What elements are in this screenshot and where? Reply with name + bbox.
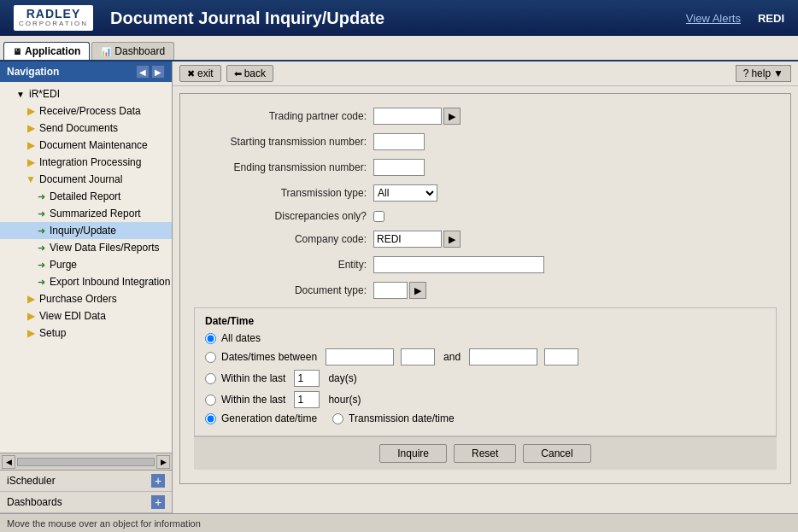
folder-icon-docjournal: ▼ (24, 172, 38, 186)
trading-partner-input[interactable] (373, 108, 442, 125)
trans-type-label: Transmission type: (194, 187, 373, 199)
hours-suffix: hour(s) (328, 394, 361, 406)
tab-dashboard[interactable]: 📊 Dashboard (91, 42, 174, 60)
tree-item-purge[interactable]: ➜ Purge (0, 256, 172, 273)
header-right: View Alerts REDI (686, 12, 784, 25)
between-end-time-input[interactable] (544, 348, 578, 365)
nav-title: Navigation (7, 66, 59, 78)
nav-collapse-btn[interactable]: ◀ (136, 65, 150, 79)
nav-header: Navigation ◀ ▶ (0, 61, 172, 82)
ischeduler-label: iScheduler (7, 475, 56, 487)
start-trans-input[interactable] (373, 133, 425, 150)
last-days-row: Within the last day(s) (205, 370, 766, 387)
main-layout: Navigation ◀ ▶ ▼ iR*EDI ▶ Receive/Proces… (0, 61, 798, 513)
last-hours-input[interactable] (294, 391, 320, 408)
trading-partner-lookup-btn[interactable]: ▶ (443, 108, 461, 125)
tree-label-docmaint: Document Maintenance (39, 139, 148, 151)
view-alerts-link[interactable]: View Alerts (686, 12, 741, 25)
folder-icon-docmaint: ▶ (24, 138, 38, 152)
datetime-section: Date/Time All dates Dates/times between … (194, 307, 777, 436)
exit-button[interactable]: ✖ exit (179, 65, 221, 82)
dashboards-plus-btn[interactable]: + (151, 495, 165, 509)
ischeduler-item[interactable]: iScheduler + (0, 471, 172, 492)
tree-item-integration[interactable]: ▶ Integration Processing (0, 154, 172, 171)
between-end-input[interactable] (469, 348, 537, 365)
tree-label-receive: Receive/Process Data (39, 105, 141, 117)
dashboards-label: Dashboards (7, 496, 62, 508)
last-days-input[interactable] (294, 370, 320, 387)
arrow-icon-inquiry: ➜ (34, 224, 48, 237)
tab-application-label: Application (25, 45, 80, 57)
days-suffix: day(s) (328, 372, 356, 384)
tree-item-send[interactable]: ▶ Send Documents (0, 120, 172, 137)
last-hours-radio[interactable] (205, 395, 216, 406)
all-dates-row: All dates (205, 332, 766, 344)
tree-item-viewedi[interactable]: ▶ View EDI Data (0, 307, 172, 324)
arrow-icon-detailed: ➜ (34, 190, 48, 203)
tree-label-iredi: iR*EDI (29, 88, 60, 100)
reset-button[interactable]: Reset (454, 444, 516, 463)
sidebar-scrollbar[interactable]: ◀ ▶ (0, 453, 172, 470)
company-code-input[interactable] (373, 231, 442, 248)
discrepancies-label: Discrepancies only? (194, 210, 373, 222)
dashboards-item[interactable]: Dashboards + (0, 492, 172, 513)
last-hours-label: Within the last (221, 394, 285, 406)
ischeduler-plus-btn[interactable]: + (151, 474, 165, 488)
inquire-button[interactable]: Inquire (379, 444, 447, 463)
trans-type-select[interactable]: All Inbound Outbound (373, 184, 437, 202)
tree-item-detailed[interactable]: ➜ Detailed Report (0, 188, 172, 205)
tree-item-exportinbound[interactable]: ➜ Export Inbound Integration (0, 273, 172, 290)
tab-application[interactable]: 🖥 Application (3, 42, 90, 60)
between-start-input[interactable] (326, 348, 394, 365)
last-days-radio[interactable] (205, 373, 216, 384)
between-label: Dates/times between (221, 351, 317, 363)
scroll-right-btn[interactable]: ▶ (156, 455, 170, 469)
back-icon: ⬅ (234, 68, 242, 79)
back-button[interactable]: ⬅ back (226, 65, 273, 82)
tree-item-receive[interactable]: ▶ Receive/Process Data (0, 102, 172, 120)
nav-tree: ▼ iR*EDI ▶ Receive/Process Data ▶ Send D… (0, 82, 172, 453)
help-button[interactable]: ? help ▼ (736, 65, 791, 82)
scroll-left-btn[interactable]: ◀ (2, 455, 15, 469)
gen-date-radio[interactable] (205, 413, 216, 424)
tree-label-summarized: Summarized Report (50, 208, 141, 219)
company-code-row: Company code: ▶ (194, 231, 777, 248)
last-days-label: Within the last (221, 372, 285, 384)
end-trans-input[interactable] (373, 159, 425, 176)
tree-item-summarized[interactable]: ➜ Summarized Report (0, 205, 172, 222)
trans-date-radio[interactable] (332, 413, 343, 424)
trans-date-label: Transmission date/time (349, 412, 455, 424)
folder-icon-setup: ▶ (24, 326, 38, 340)
all-dates-radio[interactable] (205, 333, 216, 344)
doc-type-lookup-btn[interactable]: ▶ (409, 282, 426, 299)
arrow-icon-summarized: ➜ (34, 207, 48, 220)
help-icon: ? (743, 67, 749, 79)
application-tab-icon: 🖥 (13, 47, 21, 56)
nav-expand-btn[interactable]: ▶ (151, 65, 165, 79)
tree-item-docjournal[interactable]: ▼ Document Journal (0, 171, 172, 188)
tree-item-inquiry[interactable]: ➜ Inquiry/Update (0, 222, 172, 239)
doc-type-input[interactable] (373, 282, 408, 299)
between-radio[interactable] (205, 352, 216, 363)
tree-item-setup[interactable]: ▶ Setup (0, 324, 172, 342)
nav-controls: ◀ ▶ (136, 65, 165, 79)
discrepancies-checkbox[interactable] (373, 211, 384, 222)
entity-input[interactable] (373, 256, 544, 273)
logo-radley: RADLEY (26, 8, 81, 20)
status-message: Move the mouse over an object for inform… (7, 518, 201, 529)
tab-dashboard-label: Dashboard (114, 45, 165, 57)
expand-icon: ▼ (14, 87, 27, 101)
tree-item-docmaint[interactable]: ▶ Document Maintenance (0, 137, 172, 154)
tree-item-purchaseorders[interactable]: ▶ Purchase Orders (0, 290, 172, 307)
company-code-lookup-btn[interactable]: ▶ (443, 231, 461, 248)
content-area: ✖ exit ⬅ back ? help ▼ Trading partner c… (173, 61, 798, 513)
tree-item-viewdata[interactable]: ➜ View Data Files/Reports (0, 239, 172, 256)
cancel-button[interactable]: Cancel (523, 444, 590, 463)
between-start-time-input[interactable] (401, 348, 435, 365)
buttons-row: Inquire Reset Cancel (194, 436, 777, 470)
end-trans-row: Ending transmission number: (194, 159, 777, 176)
tree-item-iredi[interactable]: ▼ iR*EDI (0, 85, 172, 102)
gen-trans-row: Generation date/time Transmission date/t… (205, 412, 766, 424)
logo-corp: CORPORATION (19, 20, 88, 28)
tab-bar: 🖥 Application 📊 Dashboard (0, 36, 798, 61)
